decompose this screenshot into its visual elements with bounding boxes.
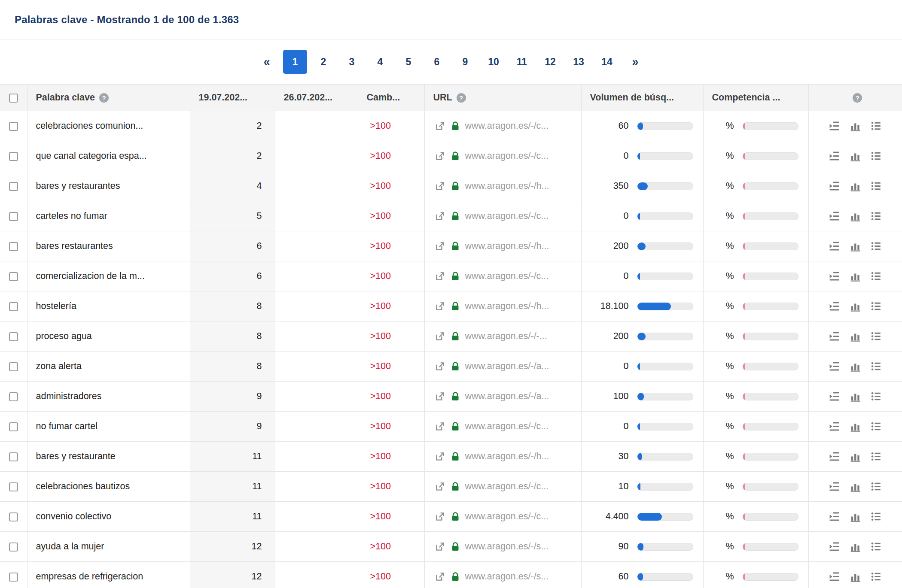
select-all-checkbox[interactable]	[9, 94, 18, 103]
serp-details-icon[interactable]	[828, 510, 841, 523]
chart-icon[interactable]	[849, 330, 862, 342]
serp-details-icon[interactable]	[828, 300, 841, 312]
row-checkbox[interactable]	[9, 332, 18, 341]
chart-icon[interactable]	[849, 360, 862, 373]
serp-details-icon[interactable]	[828, 180, 841, 192]
pagination-page-2[interactable]: 2	[311, 50, 335, 74]
serp-details-icon[interactable]	[828, 420, 841, 433]
external-link-icon[interactable]	[434, 331, 445, 342]
list-icon[interactable]	[870, 300, 882, 312]
keyword-cell[interactable]: empresas de refrigeracion	[27, 562, 190, 588]
keyword-cell[interactable]: proceso agua	[27, 321, 190, 352]
url-link[interactable]: www.aragon.es/-/c...	[465, 211, 549, 221]
row-checkbox[interactable]	[9, 452, 18, 461]
keyword-cell[interactable]: convenio colectivo	[27, 502, 190, 532]
serp-details-icon[interactable]	[828, 120, 841, 132]
chart-icon[interactable]	[849, 180, 862, 192]
url-link[interactable]: www.aragon.es/-/h...	[465, 301, 549, 312]
url-link[interactable]: www.aragon.es/-/c...	[465, 121, 549, 131]
serp-details-icon[interactable]	[828, 480, 841, 493]
keyword-cell[interactable]: carteles no fumar	[27, 201, 190, 231]
url-link[interactable]: www.aragon.es/-/s...	[465, 541, 549, 552]
list-icon[interactable]	[870, 150, 882, 162]
row-checkbox[interactable]	[9, 512, 18, 521]
pagination-page-5[interactable]: 5	[396, 50, 421, 74]
chart-icon[interactable]	[849, 540, 862, 553]
list-icon[interactable]	[870, 570, 882, 583]
list-icon[interactable]	[870, 270, 882, 282]
chart-icon[interactable]	[849, 150, 862, 162]
list-icon[interactable]	[870, 540, 882, 553]
external-link-icon[interactable]	[434, 121, 445, 132]
pagination-next-button[interactable]: »	[623, 50, 647, 74]
keyword-cell[interactable]: zona alerta	[27, 352, 190, 382]
keyword-cell[interactable]: administradores	[27, 382, 190, 412]
row-checkbox[interactable]	[9, 482, 18, 491]
list-icon[interactable]	[870, 180, 882, 192]
url-link[interactable]: www.aragon.es/-/s...	[465, 571, 549, 582]
url-link[interactable]: www.aragon.es/-/c...	[465, 271, 549, 282]
help-icon[interactable]: ?	[457, 93, 466, 103]
external-link-icon[interactable]	[434, 241, 445, 252]
column-header-url[interactable]: URL?	[424, 85, 581, 111]
external-link-icon[interactable]	[434, 271, 445, 282]
serp-details-icon[interactable]	[828, 240, 841, 252]
external-link-icon[interactable]	[434, 541, 445, 552]
chart-icon[interactable]	[849, 570, 862, 583]
chart-icon[interactable]	[849, 210, 862, 222]
pagination-page-3[interactable]: 3	[340, 50, 364, 74]
list-icon[interactable]	[870, 330, 882, 342]
row-checkbox[interactable]	[9, 392, 18, 401]
pagination-page-9[interactable]: 9	[453, 50, 477, 74]
keyword-cell[interactable]: celebraciones comunion...	[27, 111, 190, 141]
list-icon[interactable]	[870, 480, 882, 493]
pagination-page-11[interactable]: 11	[510, 50, 534, 74]
row-checkbox[interactable]	[9, 573, 18, 582]
pagination-prev-button[interactable]: «	[255, 50, 279, 74]
chart-icon[interactable]	[849, 420, 862, 433]
serp-details-icon[interactable]	[828, 450, 841, 463]
serp-details-icon[interactable]	[828, 390, 841, 403]
column-header-competition[interactable]: Competencia ...	[703, 85, 808, 111]
url-link[interactable]: www.aragon.es/-/c...	[465, 151, 549, 161]
chart-icon[interactable]	[849, 120, 862, 132]
row-checkbox[interactable]	[9, 242, 18, 251]
row-checkbox[interactable]	[9, 302, 18, 311]
chart-icon[interactable]	[849, 240, 862, 252]
list-icon[interactable]	[870, 390, 882, 403]
external-link-icon[interactable]	[434, 181, 445, 192]
serp-details-icon[interactable]	[828, 150, 841, 162]
keyword-cell[interactable]: bares y restaurantes	[27, 171, 190, 201]
serp-details-icon[interactable]	[828, 210, 841, 222]
keyword-cell[interactable]: ayuda a la mujer	[27, 532, 190, 562]
chart-icon[interactable]	[849, 510, 862, 523]
column-header-date2[interactable]: 26.07.202...	[275, 85, 358, 111]
url-link[interactable]: www.aragon.es/-/c...	[465, 481, 549, 492]
url-link[interactable]: www.aragon.es/-/a...	[465, 391, 549, 402]
url-link[interactable]: www.aragon.es/-/c...	[465, 421, 549, 432]
pagination-page-6[interactable]: 6	[425, 50, 449, 74]
url-link[interactable]: www.aragon.es/-/a...	[465, 361, 549, 372]
chart-icon[interactable]	[849, 450, 862, 463]
url-link[interactable]: www.aragon.es/-/h...	[465, 241, 549, 252]
url-link[interactable]: www.aragon.es/-/h...	[465, 181, 549, 191]
keyword-cell[interactable]: celebraciones bautizos	[27, 472, 190, 502]
column-header-date1[interactable]: 19.07.202...	[190, 85, 275, 111]
external-link-icon[interactable]	[434, 511, 445, 522]
pagination-page-12[interactable]: 12	[538, 50, 562, 74]
external-link-icon[interactable]	[434, 391, 445, 402]
column-header-keyword[interactable]: Palabra clave?	[27, 85, 190, 111]
list-icon[interactable]	[870, 450, 882, 463]
serp-details-icon[interactable]	[828, 330, 841, 342]
url-link[interactable]: www.aragon.es/-/c...	[465, 511, 549, 522]
serp-details-icon[interactable]	[828, 570, 841, 583]
column-header-change[interactable]: Camb...	[358, 85, 424, 111]
external-link-icon[interactable]	[434, 301, 445, 312]
row-checkbox[interactable]	[9, 543, 18, 552]
external-link-icon[interactable]	[434, 571, 445, 582]
keyword-cell[interactable]: comercializacion de la m...	[27, 261, 190, 291]
pagination-page-1[interactable]: 1	[283, 50, 307, 74]
keyword-cell[interactable]: que canal categoria espa...	[27, 141, 190, 171]
help-icon[interactable]: ?	[853, 93, 862, 103]
pagination-page-14[interactable]: 14	[595, 50, 619, 74]
